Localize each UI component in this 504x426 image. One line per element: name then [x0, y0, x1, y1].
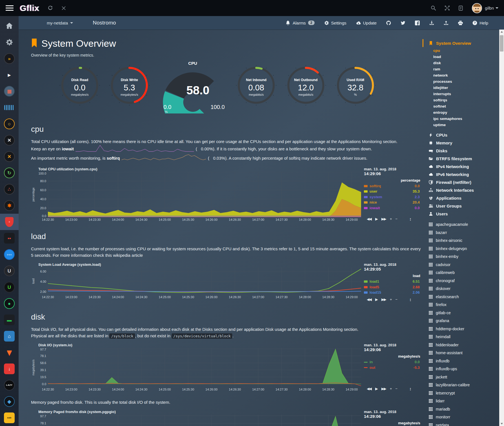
sidebar-app-organizr[interactable]: ✕	[0, 132, 19, 148]
legend-entry-system[interactable]: system2.3	[364, 194, 421, 200]
navbar-item-alarms[interactable]: Alarms2	[286, 21, 314, 25]
menu-section-disks[interactable]: Disks	[423, 147, 499, 155]
chart-plot-load[interactable]	[48, 267, 361, 295]
menu-app-elasticsearch[interactable]: elasticsearch	[423, 293, 499, 301]
navbar-item-settings[interactable]: Settings	[324, 21, 346, 25]
app-logo[interactable]: Gflix	[20, 3, 39, 13]
navbar-item-github[interactable]	[386, 21, 391, 25]
pan-left-button[interactable]: ◀◀	[367, 387, 371, 391]
menu-app-firefox[interactable]: firefox	[423, 301, 499, 309]
sidebar-app-airsonic[interactable]	[0, 99, 19, 116]
sidebar-app-utorrent[interactable]: U	[0, 279, 19, 295]
resize-handle[interactable]: ↕	[409, 217, 412, 221]
menu-section-ipv4-networking[interactable]: IPv4 Networking	[423, 162, 499, 170]
menu-app-home-assistant[interactable]: home-assistant	[423, 349, 499, 357]
menu-item-interrupts[interactable]: interrupts	[423, 91, 499, 97]
sidebar-app-plex[interactable]: »	[0, 50, 19, 67]
menu-item-softnet[interactable]: softnet	[423, 103, 499, 110]
menu-app-letsencrypt[interactable]: letsencrypt	[423, 389, 499, 397]
gauge-disk-read[interactable]: Disk Read0.0megabytes/s	[59, 64, 101, 108]
menu-app-binhex-emby[interactable]: binhex-emby	[423, 253, 499, 261]
menu-app-netdata[interactable]: netdata	[423, 421, 499, 426]
menu-app-hddtemp-docker[interactable]: hddtemp-docker	[423, 325, 499, 333]
navbar-item-print[interactable]	[458, 21, 463, 25]
menu-item-ram[interactable]: ram	[423, 66, 499, 72]
zoom-in-button[interactable]: +	[390, 387, 392, 391]
menu-section-system-overview[interactable]: System Overview	[423, 39, 499, 47]
zoom-in-button[interactable]: +	[390, 217, 392, 221]
legend-entry-iowait[interactable]: iowait0.0	[364, 205, 421, 211]
close-icon[interactable]	[61, 6, 66, 10]
menu-section-cpus[interactable]: CPUs	[423, 131, 499, 139]
menu-app-jackett[interactable]: jackett	[423, 373, 499, 381]
sidebar-app-duplicati[interactable]: ◆	[0, 393, 19, 410]
fullscreen-icon[interactable]	[445, 5, 450, 11]
refresh-icon[interactable]	[48, 5, 53, 11]
menu-item-load[interactable]: load	[423, 54, 499, 60]
sidebar-app-node-graph-app[interactable]: ∴	[0, 181, 19, 197]
menu-item-processes[interactable]: processes	[423, 79, 499, 85]
hamburger-icon[interactable]	[6, 4, 14, 12]
zoom-out-button[interactable]: −	[395, 217, 397, 221]
pan-right-button[interactable]: ▶▶	[381, 217, 386, 221]
legend-entry-load15[interactable]: load152.06	[364, 290, 421, 295]
navbar-item-twitter[interactable]	[401, 21, 405, 25]
sidebar-app-lazylibrarian[interactable]: LAZY	[0, 377, 19, 393]
legend-entry-user[interactable]: user35.3	[364, 189, 421, 194]
menu-app-binhex-delugevpn[interactable]: binhex-delugevpn	[423, 245, 499, 253]
menu-app-binhex-airsonic[interactable]: binhex-airsonic	[423, 237, 499, 245]
zoom-in-button[interactable]: +	[390, 297, 392, 302]
gauge-cpu[interactable]: CPU58.00.0%100.0	[158, 61, 228, 115]
navbar-item-update[interactable]: Update	[356, 21, 377, 25]
legend-entry-in[interactable]: in0.0	[364, 359, 421, 365]
menu-section-user-groups[interactable]: User Groups	[423, 202, 499, 210]
menu-app-lazylibrarian-calibre[interactable]: lazylibrarian-calibre	[423, 381, 499, 389]
resize-handle[interactable]: ↕	[409, 386, 412, 391]
menu-item-idlejitter[interactable]: idlejitter	[423, 85, 499, 91]
scroll-up-arrow[interactable]	[499, 30, 504, 34]
menu-section-btrfs-filesystem[interactable]: BTRFS filesystem	[423, 155, 499, 162]
menu-item-cpu[interactable]: cpu	[423, 48, 499, 54]
menu-app-monitorr[interactable]: monitorr	[423, 413, 499, 421]
sidebar-app-settings[interactable]	[0, 34, 19, 50]
resize-handle[interactable]: ↕	[409, 297, 412, 302]
vertical-scrollbar[interactable]	[499, 30, 504, 426]
play-button[interactable]: ▶	[375, 217, 377, 221]
navbar-item-upload[interactable]	[444, 21, 448, 25]
play-button[interactable]: ▶	[375, 387, 377, 391]
menu-app-diskover[interactable]: diskover	[423, 285, 499, 293]
legend-entry-out[interactable]: out-5.3	[364, 365, 421, 371]
gauge-disk-write[interactable]: Disk Write5.3megabytes/s	[108, 64, 151, 108]
menu-item-uptime[interactable]: uptime	[423, 122, 499, 128]
sidebar-app-nextcloud[interactable]: ◦◦◦	[0, 246, 19, 263]
pan-left-button[interactable]: ◀◀	[367, 217, 371, 221]
menu-app-influxdb-ups[interactable]: influxdb-ups	[423, 365, 499, 373]
legend-entry-softirq[interactable]: softirq0.0	[364, 183, 421, 189]
chart-plot-cpu[interactable]	[48, 172, 361, 217]
legend-entry-nice[interactable]: nice20.4	[364, 200, 421, 205]
menu-section-ipv6-networking[interactable]: IPv6 Networking	[423, 170, 499, 178]
menu-section-applications[interactable]: Applications	[423, 194, 499, 202]
pan-right-button[interactable]: ▶▶	[381, 387, 386, 391]
sidebar-app-netdata[interactable]: ◦	[0, 214, 19, 230]
scroll-down-arrow[interactable]	[499, 421, 504, 426]
search-icon[interactable]	[431, 5, 436, 11]
play-button[interactable]: ▶	[375, 297, 377, 302]
scrollbar-thumb[interactable]	[500, 35, 503, 52]
sidebar-app-gitlab[interactable]: ▼	[0, 344, 19, 361]
menu-app-lidarr[interactable]: lidarr	[423, 397, 499, 405]
sidebar-app-portainer[interactable]: ▪▪	[0, 230, 19, 246]
menu-app-heimdall[interactable]: heimdall	[423, 333, 499, 341]
sidebar-app-cadvisor[interactable]: ↻	[0, 165, 19, 181]
sidebar-app-status-app[interactable]: ▬	[0, 312, 19, 328]
menu-item-network[interactable]: network	[423, 72, 499, 79]
sidebar-app-downloader-app[interactable]: ↓	[0, 361, 19, 377]
pan-right-button[interactable]: ▶▶	[381, 297, 386, 302]
menu-item-entropy[interactable]: entropy	[423, 110, 499, 116]
menu-section-users[interactable]: Users	[423, 210, 499, 218]
sidebar-app-media-app[interactable]: ▦	[0, 83, 19, 99]
menu-app-chronograf[interactable]: chronograf	[423, 277, 499, 285]
menu-item-softirqs[interactable]: softirqs	[423, 97, 499, 103]
navbar-item-facebook[interactable]	[415, 21, 420, 25]
sidebar-app-x-app[interactable]: ✕	[0, 148, 19, 165]
